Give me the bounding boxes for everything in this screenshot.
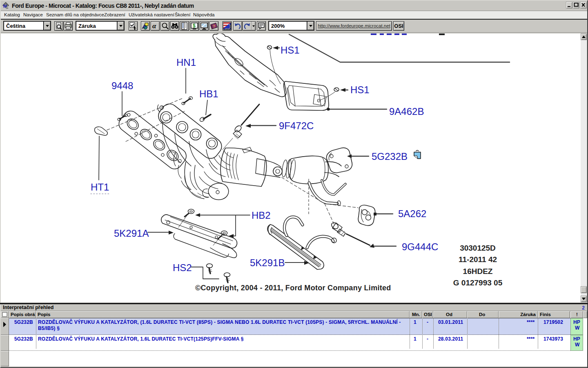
- svg-text:3030125D: 3030125D: [460, 244, 496, 252]
- svg-text:HB1: HB1: [199, 88, 218, 99]
- svg-text:HT1: HT1: [91, 182, 109, 193]
- svg-text:9F472C: 9F472C: [279, 120, 314, 131]
- svg-text:9448: 9448: [111, 80, 133, 91]
- svg-text:5K291A: 5K291A: [114, 228, 149, 239]
- svg-text:9A462B: 9A462B: [389, 106, 424, 117]
- svg-text:5K291B: 5K291B: [250, 257, 285, 268]
- svg-text:HS2: HS2: [173, 262, 192, 273]
- svg-text:5G232B: 5G232B: [372, 151, 408, 162]
- svg-text:HS1: HS1: [350, 84, 370, 95]
- svg-text:©Copyright, 2004 - 2011, Ford: ©Copyright, 2004 - 2011, Ford Motor Comp…: [195, 284, 391, 292]
- svg-text:11-2011 42: 11-2011 42: [459, 255, 497, 264]
- svg-text:16HDEZ: 16HDEZ: [463, 267, 493, 276]
- svg-text:HS1: HS1: [281, 45, 300, 56]
- svg-text:HN1: HN1: [176, 57, 196, 68]
- svg-text:α: α: [152, 22, 156, 30]
- svg-text:G 0127993 05: G 0127993 05: [453, 278, 503, 287]
- svg-text:5A262: 5A262: [398, 208, 426, 219]
- svg-text:HB2: HB2: [252, 210, 271, 221]
- svg-text:$: $: [193, 23, 196, 29]
- svg-text:9G444C: 9G444C: [402, 241, 438, 252]
